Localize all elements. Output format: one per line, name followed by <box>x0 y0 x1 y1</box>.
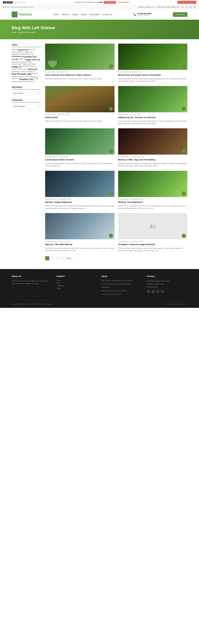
post-title[interactable]: Lorem ipsum dolor sit amet <box>45 158 115 161</box>
posts-grid: ↗ by gardencare / on 3 April, 2011 Quis … <box>45 44 187 252</box>
category-select[interactable]: Select Category <box>12 104 41 108</box>
page-btn-1[interactable]: 1 <box>45 256 49 260</box>
footer-facebook-icon[interactable]: f <box>147 290 150 293</box>
get-all-button[interactable]: Get All Themes <box>104 1 116 4</box>
tag[interactable]: Audio (1) <box>12 51 18 53</box>
tag[interactable]: Alignment (3) <box>17 49 28 51</box>
tag[interactable]: Lists (3) <box>17 68 22 70</box>
post-title[interactable]: Quis nostrum exercitationem ullam corpor… <box>45 74 115 76</box>
post-title[interactable]: Broad bean and goats cheese bruschetta <box>118 74 188 76</box>
share-button[interactable]: ↗ <box>109 192 113 196</box>
tag[interactable]: Css (6) <box>12 58 17 61</box>
share-button[interactable]: ↗ <box>109 64 113 68</box>
tag[interactable]: Demark (1) <box>18 58 25 61</box>
terms-link[interactable]: Terms Of Use <box>178 303 187 305</box>
facebook-icon[interactable]: f <box>181 6 184 8</box>
header: 🌿 PlantCare Home About Us Page ▾ Blog ▾ … <box>0 9 199 20</box>
pagination-next[interactable]: Next » <box>65 256 74 260</box>
share-button[interactable]: ↗ <box>182 149 186 153</box>
page-btn-4[interactable]: 4 <box>60 256 64 260</box>
nav-home[interactable]: Home <box>54 14 59 16</box>
tag[interactable]: Codes (3) <box>27 54 33 55</box>
privacy-policy-link[interactable]: Private Policy <box>165 303 175 305</box>
purchase-button[interactable]: Purchase This Theme <box>178 1 196 4</box>
tag[interactable]: Video (3) <box>18 81 24 82</box>
page-btn-2[interactable]: 2 <box>50 256 54 260</box>
tag[interactable]: Html (3) <box>31 63 36 65</box>
breadcrumb-home[interactable]: Home <box>12 31 16 34</box>
tag[interactable]: Twitter (3) <box>12 81 18 82</box>
tag[interactable]: Markup (5) <box>28 68 37 70</box>
post-title[interactable]: Template: Featured Image (Vertical) <box>118 243 188 246</box>
share-button[interactable]: ↗ <box>182 64 186 68</box>
post-image-wrap: ↗ <box>118 171 188 197</box>
tag[interactable]: Readability (1) <box>12 71 21 72</box>
share-button[interactable]: ↗ <box>182 192 186 196</box>
share-button[interactable]: ↗ <box>109 234 113 238</box>
post-image-wrap: ↗ <box>118 213 188 239</box>
tag[interactable]: Article (3) <box>29 49 35 51</box>
nav-shortcode[interactable]: Shortcode ▾ <box>90 14 100 16</box>
archives-select[interactable]: Select Month <box>12 91 41 96</box>
tag[interactable]: Mixed (1) <box>21 71 27 72</box>
tag[interactable]: Readabily (1) <box>12 76 20 78</box>
footer-link-shop[interactable]: Shop <box>57 288 97 289</box>
post-title[interactable]: Markup: Image Alignment <box>45 201 115 204</box>
footer-link-blog[interactable]: Blog <box>57 282 97 284</box>
tag[interactable]: Love (5) <box>22 68 28 70</box>
share-button[interactable]: ↗ <box>182 107 186 111</box>
tag[interactable]: Gallery (3) <box>23 63 30 65</box>
tag[interactable]: Content (11) <box>24 56 36 58</box>
nav-page[interactable]: Page ▾ <box>72 14 78 16</box>
share-button[interactable]: ↗ <box>109 149 113 153</box>
tag[interactable]: Embeds (3) <box>12 61 19 63</box>
tag[interactable]: Silence (1) <box>12 78 19 80</box>
nav-blog[interactable]: Blog ▾ <box>81 14 87 16</box>
tag[interactable]: Captions (2) <box>24 51 32 53</box>
tag[interactable]: ABT (1) <box>12 49 17 51</box>
footer-link-home[interactable]: Home <box>57 280 97 281</box>
tag[interactable]: Shortcode (3) <box>21 76 29 78</box>
hide-frame-link[interactable]: Hide This Frame <box>14 2 26 3</box>
get-started-button[interactable]: Get Started <box>173 12 187 17</box>
page-btn-3[interactable]: 3 <box>55 256 59 260</box>
post-title[interactable]: Markup: HTML Tags and Formatting <box>118 158 188 161</box>
tag[interactable]: Chat (2) <box>21 54 26 55</box>
tag[interactable]: Title (3) <box>33 78 38 80</box>
tag[interactable]: Link (2) <box>12 68 16 70</box>
footer-twitter-icon[interactable]: t <box>161 290 164 293</box>
twitter-icon[interactable]: t <box>185 6 188 8</box>
post-image <box>118 86 188 112</box>
tag[interactable]: Template (10) <box>19 78 33 80</box>
tag[interactable]: Featured Image (3) <box>12 63 23 65</box>
tag[interactable]: Pointer (1) <box>28 71 35 72</box>
tag[interactable]: Post Formats (15) <box>12 73 31 76</box>
nav-about[interactable]: About Us <box>62 14 69 16</box>
share-button[interactable]: ↗ <box>109 107 113 111</box>
post-title[interactable]: Hello world! <box>45 116 115 119</box>
nav-contact[interactable]: Contact Us <box>103 14 112 16</box>
footer-pinterest-icon[interactable]: p <box>151 290 155 293</box>
tag[interactable]: Jetpack (2) <box>22 65 29 68</box>
tag[interactable]: Edge Case (7) <box>26 58 40 61</box>
post-title[interactable]: Markup: Text Alignment <box>118 201 188 204</box>
post-title[interactable]: Adipiscing elit. Vivamus eu pharetra <box>118 116 188 119</box>
tag[interactable]: Image (7) <box>12 65 21 68</box>
tag[interactable]: Excerpt (3) <box>20 61 27 63</box>
tag[interactable]: Standard (2) <box>30 76 38 78</box>
tag[interactable]: Quote (3) <box>32 73 38 76</box>
tag[interactable]: Comments (4) <box>12 56 23 58</box>
tag[interactable]: Categories (3) <box>12 54 21 55</box>
post-title[interactable]: Markup: Title With Markup <box>45 243 115 246</box>
share-button[interactable]: ↗ <box>182 234 186 238</box>
footer-instagram-icon[interactable]: i <box>156 290 160 293</box>
tag[interactable]: Fall (1) <box>27 61 32 63</box>
tag[interactable]: Layout (3) <box>29 65 36 68</box>
welcome-text: Welcome To The Best Landscaping Service <box>3 6 34 8</box>
tag[interactable]: WordpressTv (2) <box>25 81 35 82</box>
post-excerpt: Headings Header one Header two Header th… <box>118 162 188 167</box>
pinterest-icon[interactable]: p <box>189 6 192 8</box>
footer-link-contact[interactable]: Contact Us <box>57 285 97 286</box>
tag[interactable]: Audio (1) <box>18 51 24 53</box>
instagram-icon[interactable]: i <box>193 6 196 8</box>
